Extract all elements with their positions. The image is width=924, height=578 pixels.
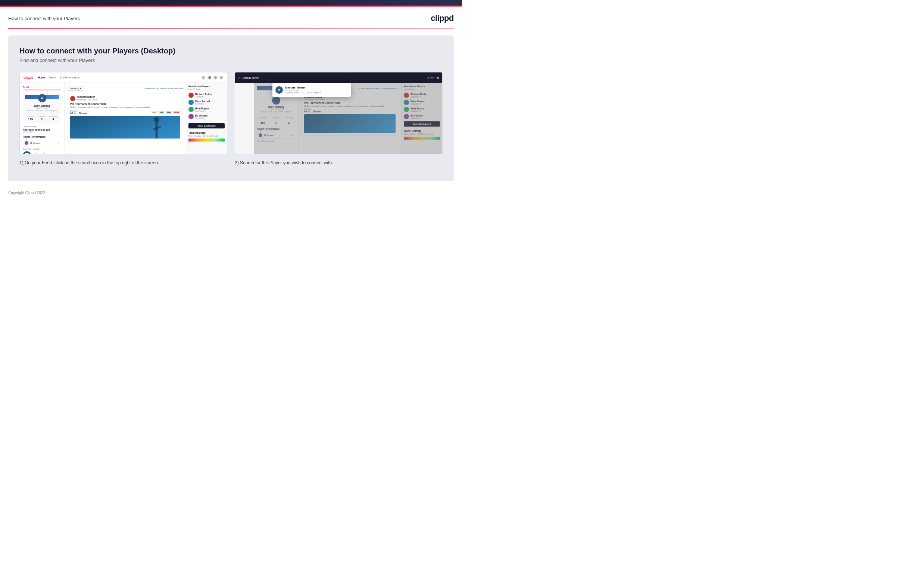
latest-activity-label: Latest Activity xyxy=(23,125,61,128)
nav-link-home[interactable]: Home xyxy=(38,76,45,79)
heatmap-bar xyxy=(188,138,225,141)
app-nav-icons: ⌕ 👤 ⚙ ▪ xyxy=(202,76,223,80)
tag-putt: PUTT xyxy=(173,111,180,114)
quality-label: Total Player Quality xyxy=(23,148,61,150)
activity-from: Yesterday · The Grove xyxy=(77,99,97,101)
team-heatmap-label: Team Heatmap xyxy=(188,132,225,134)
screenshot-2-container: ⌕ Marcus Turner CLEAR ✕ M Marcus Turner … xyxy=(235,72,443,166)
profile-club: Mill Ride Golf Club, United Kingdom xyxy=(25,109,59,112)
control-link[interactable]: Control who can see your activity and da… xyxy=(144,88,183,89)
activity-person-name: Richard Butler xyxy=(77,96,97,98)
stat-followers: Followers 3 xyxy=(38,115,45,121)
app-left-panel: Feed B Blair McHarg Golf Coach Mill Ride… xyxy=(20,83,65,154)
quality-donut: 84 xyxy=(23,151,31,154)
search-icon[interactable]: ⌕ xyxy=(202,76,205,80)
active-activities-eli: Activities: 1 xyxy=(195,117,207,119)
page-header: How to connect with your Players clippd xyxy=(0,7,462,28)
top-accent-bar xyxy=(0,0,462,7)
stat-activities-value: 129 xyxy=(27,118,34,121)
active-player-hiral: Hiral Pujara Activities: 3 xyxy=(188,107,225,112)
page-footer: Copyright Clippd 2022 xyxy=(0,188,462,200)
copyright-text: Copyright Clippd 2022 xyxy=(8,191,45,195)
user-icon[interactable]: 👤 xyxy=(207,76,211,80)
app-nav-links: Home Teams My Performance xyxy=(38,76,79,79)
player-select-avatar xyxy=(24,141,28,145)
main-subheading: Find and connect with your Players xyxy=(19,57,443,63)
avatar-icon[interactable]: ▪ xyxy=(219,76,223,80)
search-result-name: Marcus Turner xyxy=(285,86,321,89)
profile-card: B Blair McHarg Golf Coach Mill Ride Golf… xyxy=(23,93,61,123)
screenshot-1-container: clippd Home Teams My Performance ⌕ 👤 ⚙ ▪ xyxy=(19,72,227,166)
player-select-arrow-icon: ▾ xyxy=(58,142,59,144)
heatmap-markers: -5 +5 xyxy=(188,142,225,144)
activity-card: Richard Butler Yesterday · The Grove Pre… xyxy=(68,93,183,141)
active-activities-richard: Activities: 7 xyxy=(195,96,212,98)
activity-person-avatar xyxy=(70,96,75,101)
player-select[interactable]: Eli Vincent ▾ xyxy=(23,140,61,146)
team-heatmap-sublabel: Player Quality · 30 Round Trend xyxy=(188,135,225,137)
profile-name: Blair McHarg xyxy=(25,104,59,107)
search-input-field[interactable]: Marcus Turner xyxy=(243,76,425,79)
stat-following: Following 4 xyxy=(49,115,57,121)
player-performance-label: Player Performance xyxy=(23,136,61,138)
search-result-location: Cypress Point Club, United Kingdom xyxy=(285,91,321,94)
app-screenshot-2: ⌕ Marcus Turner CLEAR ✕ M Marcus Turner … xyxy=(235,72,443,154)
app-logo-sm: clippd xyxy=(24,76,34,80)
clear-button[interactable]: CLEAR xyxy=(427,76,434,79)
app-right-panel: Most Active Players Last 30 days Richard… xyxy=(186,83,227,154)
bar-ott: OTT 79 xyxy=(35,152,45,154)
active-activities-hiral: Activities: 3 xyxy=(195,110,209,112)
active-activities-piers: Activities: 4 xyxy=(195,103,210,105)
close-search-button[interactable]: ✕ xyxy=(436,76,439,80)
active-name-eli: Eli Vincent xyxy=(195,114,207,117)
nav-link-my-performance[interactable]: My Performance xyxy=(60,76,79,79)
accent-line xyxy=(0,6,462,7)
activity-title: Pre Tournament Course Walk xyxy=(70,103,180,105)
tag-arg: ARG xyxy=(166,111,172,114)
active-player-richard: Richard Butler Activities: 7 xyxy=(188,93,225,98)
duration-value: 02 hr : 00 min xyxy=(70,112,87,115)
page-title: How to connect with your Players xyxy=(8,16,80,21)
active-player-eli: Eli Vincent Activities: 1 xyxy=(188,114,225,119)
following-button[interactable]: Following ▾ xyxy=(68,86,83,91)
active-avatar-piers xyxy=(188,100,194,105)
svg-rect-0 xyxy=(70,116,180,138)
clippd-logo: clippd xyxy=(430,13,454,23)
active-avatar-hiral xyxy=(188,107,194,112)
svg-point-3 xyxy=(154,117,159,122)
latest-activity-value: Afternoon round of golf xyxy=(23,128,61,131)
nav-link-teams[interactable]: Teams xyxy=(49,76,57,79)
search-result-avatar: M xyxy=(275,86,283,94)
active-player-piers: Piers Parnell Activities: 4 xyxy=(188,100,225,105)
activity-meta-row: Duration 02 hr : 00 min OTT APP ARG PUTT xyxy=(70,110,180,115)
profile-avatar: B xyxy=(38,94,46,102)
feed-tab[interactable]: Feed xyxy=(23,86,61,90)
main-heading: How to connect with your Players (Deskto… xyxy=(19,47,443,55)
latest-activity-date: 27 Jul 2022 xyxy=(23,131,61,133)
tag-app: APP xyxy=(159,111,165,114)
instruction-2: 2) Search for the Player you wish to con… xyxy=(235,159,443,166)
quality-bars: OTT 79 APP 70 xyxy=(35,152,45,154)
active-name-piers: Piers Parnell xyxy=(195,100,210,103)
team-dashboard-button[interactable]: Team Dashboard xyxy=(188,123,225,128)
stat-following-value: 4 xyxy=(49,118,57,121)
active-avatar-eli xyxy=(188,114,194,119)
search-result-item[interactable]: M Marcus Turner 1-5 Handicap Cypress Poi… xyxy=(275,86,348,94)
app-screenshot-1: clippd Home Teams My Performance ⌕ 👤 ⚙ ▪ xyxy=(19,72,227,154)
instruction-1: 1) On your Feed, click on the search ico… xyxy=(19,159,227,166)
header-divider xyxy=(8,28,454,29)
player-select-name: Eli Vincent xyxy=(30,142,57,144)
settings-icon[interactable]: ⚙ xyxy=(214,76,217,80)
active-name-richard: Richard Butler xyxy=(195,93,212,96)
stat-activities: Activities 129 xyxy=(27,115,34,121)
app-body-1: Feed B Blair McHarg Golf Coach Mill Ride… xyxy=(20,83,227,154)
search-icon-overlay: ⌕ xyxy=(238,76,240,80)
activity-image xyxy=(70,116,180,138)
main-content-area: How to connect with your Players (Deskto… xyxy=(8,36,454,181)
active-name-hiral: Hiral Pujara xyxy=(195,107,209,110)
most-active-label: Most Active Players xyxy=(188,85,225,88)
search-bar-overlay: ⌕ Marcus Turner CLEAR ✕ xyxy=(235,72,442,83)
activity-description: Walking the course with my coach to buil… xyxy=(70,106,180,108)
app-middle-panel: Following ▾ Control who can see your act… xyxy=(65,83,186,154)
active-avatar-richard xyxy=(188,93,194,98)
